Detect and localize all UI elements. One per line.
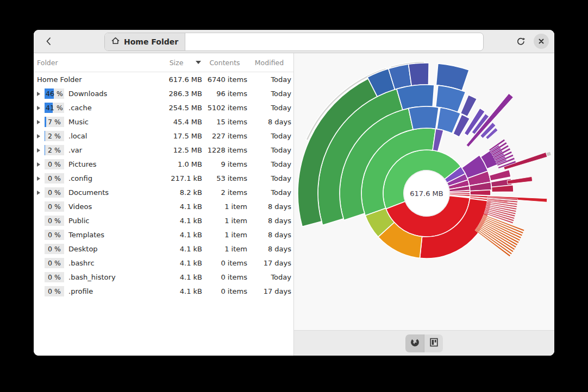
table-row[interactable]: 0 %Videos4.1 kB1 item8 days [34, 199, 293, 213]
table-row[interactable]: 41 %.cache254.5 MB5102 itemsToday [34, 100, 293, 115]
rings-chart-button[interactable] [405, 334, 424, 352]
folder-modified: Today [247, 146, 291, 154]
expander-icon[interactable] [37, 162, 40, 167]
expander-icon[interactable] [37, 120, 40, 124]
view-footer [294, 330, 554, 356]
rings-chart-area[interactable]: 617.6 MB [294, 53, 554, 330]
ring-segment[interactable] [470, 190, 491, 195]
folder-name: .local [68, 132, 151, 140]
table-row[interactable]: 0 %Desktop4.1 kB1 item8 days [34, 242, 293, 256]
expander-icon[interactable] [37, 148, 40, 153]
folder-size: 286.3 MB [151, 90, 202, 98]
folder-size: 4.1 kB [151, 287, 202, 295]
folder-name: Pictures [68, 160, 151, 168]
home-folder-tab[interactable]: Home Folder [105, 33, 185, 50]
home-icon [111, 36, 120, 47]
folder-name: Music [68, 118, 151, 126]
folder-contents: 2 items [202, 188, 247, 197]
folder-size: 4.1 kB [151, 273, 202, 281]
table-row[interactable]: 0 %Pictures1.0 MB9 itemsToday [34, 157, 293, 171]
table-row[interactable]: 0 %.bash_history4.1 kB0 itemsToday [34, 270, 293, 284]
folder-size: 8.2 kB [151, 188, 202, 197]
percent-badge: 0 % [45, 230, 64, 240]
table-row[interactable]: 0 %Public4.1 kB1 item8 days [34, 213, 293, 227]
expander-icon[interactable] [37, 106, 40, 110]
folder-name: Documents [68, 188, 151, 197]
ring-segment[interactable] [546, 151, 552, 156]
table-row[interactable]: 0 %Templates4.1 kB1 item8 days [34, 227, 293, 242]
folder-modified: 8 days [247, 231, 291, 239]
close-button[interactable] [534, 34, 549, 49]
folder-modified: Today [247, 160, 291, 168]
column-header-size[interactable]: Size [151, 59, 202, 67]
table-row[interactable]: 2 %.local17.5 MB227 itemsToday [34, 129, 293, 143]
folder-size: 217.1 kB [151, 174, 202, 182]
percent-badge: 0 % [45, 187, 64, 198]
folder-contents: 227 items [202, 132, 247, 140]
column-header-folder[interactable]: Folder [37, 59, 151, 67]
folder-modified: 8 days [247, 217, 291, 225]
percent-badge: 0 % [45, 286, 64, 296]
ring-segment[interactable] [409, 63, 429, 86]
percent-badge: 0 % [45, 159, 64, 169]
table-row[interactable]: 0 %.bashrc4.1 kB0 items17 days [34, 256, 293, 270]
folder-contents: 1 item [202, 217, 247, 225]
folder-name: .bash_history [68, 273, 151, 281]
back-button[interactable] [40, 33, 58, 50]
chart-total-label: 617.6 MB [410, 189, 443, 198]
folder-contents: 0 items [202, 287, 247, 295]
table-row[interactable]: 7 %Music45.4 MB15 items8 days [34, 115, 293, 129]
column-header-modified[interactable]: Modified [247, 59, 291, 67]
percent-badge: 2 % [45, 131, 64, 141]
folder-name: .profile [68, 287, 151, 295]
table-row[interactable]: 46 %Downloads286.3 MB96 itemsToday [34, 86, 293, 100]
folder-name: .var [68, 146, 151, 154]
folder-contents: 0 items [202, 259, 247, 267]
column-header-contents[interactable]: Contents [202, 59, 247, 67]
expander-icon[interactable] [37, 191, 40, 195]
folder-size: 4.1 kB [151, 259, 202, 267]
folder-contents: 5102 items [202, 104, 247, 112]
refresh-button[interactable] [512, 33, 529, 50]
table-row[interactable]: 2 %.var12.5 MB1228 itemsToday [34, 143, 293, 157]
location-path-entry[interactable] [185, 33, 483, 50]
folder-contents: 9 items [202, 160, 247, 168]
table-row[interactable]: 0 %Documents8.2 kB2 itemsToday [34, 185, 293, 199]
percent-badge: 2 % [45, 145, 64, 155]
table-header: Folder Size Contents Modified [34, 53, 293, 72]
expander-icon[interactable] [37, 134, 40, 138]
expander-icon[interactable] [37, 176, 40, 181]
percent-badge: 41 % [45, 103, 64, 113]
view-toggle-group [405, 334, 443, 352]
folder-contents: 1 item [202, 245, 247, 253]
folder-size: 12.5 MB [151, 146, 202, 154]
expander-icon[interactable] [37, 92, 40, 96]
folder-table-body: Home Folder617.6 MB6740 itemsToday46 %Do… [34, 72, 293, 298]
table-row[interactable]: 0 %.config217.1 kB53 itemsToday [34, 171, 293, 185]
percent-badge: 7 % [45, 117, 64, 127]
sort-descending-icon [196, 61, 201, 64]
folder-size: 4.1 kB [151, 203, 202, 211]
treemap-chart-button[interactable] [424, 334, 443, 352]
percent-badge: 0 % [45, 173, 64, 184]
folder-modified: 8 days [247, 118, 291, 126]
folder-size: 617.6 MB [151, 75, 202, 84]
ring-segment[interactable] [409, 106, 439, 130]
folder-modified: Today [247, 104, 291, 112]
folder-size: 17.5 MB [151, 132, 202, 140]
folder-size: 4.1 kB [151, 231, 202, 239]
table-row[interactable]: Home Folder617.6 MB6740 itemsToday [34, 72, 293, 86]
folder-name: .config [68, 174, 151, 182]
folder-list-pane: Folder Size Contents Modified Home Folde… [34, 53, 293, 356]
folder-modified: Today [247, 174, 291, 182]
table-row[interactable]: 0 %.profile4.1 kB0 items17 days [34, 284, 293, 298]
folder-contents: 1 item [202, 231, 247, 239]
folder-contents: 6740 items [202, 75, 247, 84]
folder-contents: 1 item [202, 203, 247, 211]
percent-badge: 0 % [45, 201, 64, 212]
location-bar[interactable]: Home Folder [104, 33, 484, 51]
folder-size: 1.0 MB [151, 160, 202, 168]
folder-name: Home Folder [37, 75, 151, 84]
folder-modified: Today [247, 90, 291, 98]
ring-segment[interactable] [507, 176, 533, 184]
